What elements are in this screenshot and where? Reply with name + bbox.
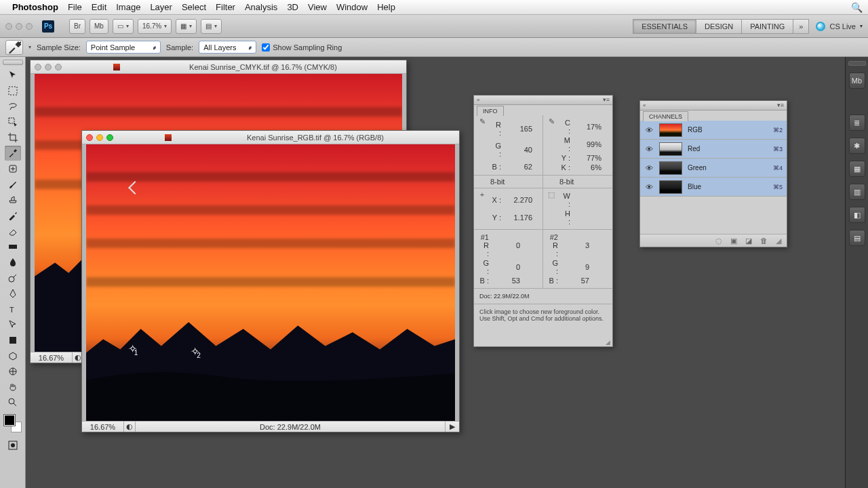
doc-min-icon[interactable] <box>96 134 103 141</box>
channel-row-blue[interactable]: 👁 Blue ⌘5 <box>640 178 787 197</box>
sample-layers-select[interactable]: All Layers <box>199 41 256 54</box>
color-sampler-1-icon[interactable]: 1 <box>134 349 144 359</box>
3d-tool-icon[interactable] <box>5 348 21 363</box>
type-tool-icon[interactable]: T <box>5 302 21 317</box>
visibility-eye-icon[interactable]: 👁 <box>644 183 654 191</box>
menu-help[interactable]: Help <box>377 2 395 12</box>
panel-collapse-icon[interactable]: « <box>477 97 479 103</box>
app-name[interactable]: Photoshop <box>12 2 58 12</box>
info-panel[interactable]: «▾≡ INFO ✎ R :165 G :40 B :62 ✎ C :17% M… <box>473 95 613 347</box>
menu-file[interactable]: File <box>68 2 82 12</box>
path-select-tool-icon[interactable] <box>5 317 21 332</box>
workspace-more-button[interactable]: » <box>793 19 809 34</box>
panel-collapse-icon[interactable]: « <box>643 102 646 108</box>
doc-zoom-icon[interactable] <box>106 134 113 141</box>
palette-grip-icon[interactable] <box>3 60 23 65</box>
doc-close-icon[interactable] <box>35 64 41 70</box>
load-selection-icon[interactable]: ◌ <box>715 237 722 245</box>
foreground-color-swatch[interactable] <box>4 415 15 426</box>
lasso-tool-icon[interactable] <box>5 99 21 114</box>
blur-tool-icon[interactable] <box>5 255 21 270</box>
menu-layer[interactable]: Layer <box>150 2 172 12</box>
styles-panel-icon[interactable]: ▥ <box>849 184 865 200</box>
zoom-tool-icon[interactable] <box>5 395 21 410</box>
cs-live-button[interactable]: CS Live▾ <box>816 22 863 31</box>
doc-canvas[interactable]: 1 2 <box>86 144 455 421</box>
panel-header[interactable]: «▾≡ <box>640 101 787 110</box>
menu-filter[interactable]: Filter <box>216 2 235 12</box>
view-extras-button[interactable]: ▭ <box>113 19 134 34</box>
doc-status-icon[interactable]: ◐ <box>124 422 136 432</box>
channel-row-green[interactable]: 👁 Green ⌘4 <box>640 159 787 178</box>
doc-close-icon[interactable] <box>86 134 93 141</box>
workspace-design[interactable]: DESIGN <box>696 19 742 34</box>
eyedropper-tool-icon[interactable] <box>5 146 21 161</box>
pen-tool-icon[interactable] <box>5 286 21 301</box>
dodge-tool-icon[interactable] <box>5 270 21 285</box>
menu-edit[interactable]: Edit <box>92 2 106 12</box>
panel-resize-grip-icon[interactable]: ◢ <box>474 340 612 346</box>
clone-stamp-tool-icon[interactable] <box>5 192 21 207</box>
menu-window[interactable]: Window <box>336 2 368 12</box>
launch-bridge-button[interactable]: Br <box>69 19 85 34</box>
eraser-tool-icon[interactable] <box>5 224 21 239</box>
channels-tab[interactable]: CHANNELS <box>643 111 688 121</box>
current-tool-eyedropper-icon[interactable] <box>5 40 23 55</box>
menu-view[interactable]: View <box>308 2 327 12</box>
menu-image[interactable]: Image <box>116 2 140 12</box>
new-channel-icon[interactable]: ◪ <box>745 237 752 245</box>
doc-titlebar[interactable]: Kenai Sunrise_CMYK.tif @ 16.7% (CMYK/8) <box>31 60 406 74</box>
layers-panel-icon[interactable]: ▤ <box>849 230 865 246</box>
workspace-essentials[interactable]: ESSENTIALS <box>633 19 696 34</box>
visibility-eye-icon[interactable]: 👁 <box>644 164 654 172</box>
doc-zoom-value[interactable]: 16.67% <box>31 352 73 363</box>
panel-menu-icon[interactable]: ▾≡ <box>603 96 610 103</box>
workspace-painting[interactable]: PAINTING <box>741 19 793 34</box>
right-dock-grip-icon[interactable] <box>848 61 866 66</box>
delete-channel-icon[interactable]: 🗑 <box>760 237 768 245</box>
adjustments-panel-icon[interactable]: ◧ <box>849 207 865 223</box>
healing-brush-tool-icon[interactable] <box>5 161 21 176</box>
menu-select[interactable]: Select <box>182 2 206 12</box>
zoom-level-dropdown[interactable]: 16.7% <box>138 19 172 34</box>
doc-titlebar[interactable]: Kenai Sunrise_RGB.tif @ 16.7% (RGB/8) <box>82 131 459 144</box>
move-tool-icon[interactable] <box>5 68 21 83</box>
screen-mode-button[interactable]: ▤ <box>201 19 222 34</box>
minibridge-panel-icon[interactable]: Mb <box>849 73 865 89</box>
window-min-icon[interactable] <box>16 23 22 30</box>
brush-tool-icon[interactable] <box>5 177 21 192</box>
panel-header[interactable]: «▾≡ <box>474 96 612 105</box>
arrange-documents-button[interactable]: ▦ <box>176 19 197 34</box>
marquee-tool-icon[interactable] <box>5 83 21 98</box>
window-close-icon[interactable] <box>5 23 12 30</box>
quick-select-tool-icon[interactable] <box>5 115 21 129</box>
channel-row-rgb[interactable]: 👁 RGB ⌘2 <box>640 121 787 140</box>
sample-size-select[interactable]: Point Sample <box>86 41 161 54</box>
color-sampler-2-icon[interactable]: 2 <box>197 352 206 361</box>
shape-tool-icon[interactable] <box>5 333 21 348</box>
launch-minibridge-button[interactable]: Mb <box>90 19 108 34</box>
swatches-panel-icon[interactable]: ▦ <box>849 161 865 177</box>
menu-3d[interactable]: 3D <box>287 2 298 12</box>
spotlight-icon[interactable]: 🔍 <box>851 2 863 13</box>
color-swatches[interactable] <box>4 415 22 432</box>
history-panel-icon[interactable]: ≣ <box>849 115 865 131</box>
panel-menu-icon[interactable]: ▾≡ <box>777 102 784 108</box>
doc-zoom-value[interactable]: 16.67% <box>82 422 124 432</box>
visibility-eye-icon[interactable]: 👁 <box>644 145 654 153</box>
info-tab[interactable]: INFO <box>477 106 504 116</box>
doc-zoom-icon[interactable] <box>55 64 62 70</box>
crop-tool-icon[interactable] <box>5 130 21 145</box>
doc-min-icon[interactable] <box>45 64 52 70</box>
show-sampling-ring-checkbox[interactable]: Show Sampling Ring <box>262 43 342 52</box>
gradient-tool-icon[interactable] <box>5 239 21 254</box>
3d-camera-tool-icon[interactable] <box>5 364 21 379</box>
color-panel-icon[interactable]: ✱ <box>849 138 865 154</box>
doc-status-play-icon[interactable]: ▶ <box>446 422 459 431</box>
save-selection-icon[interactable]: ▣ <box>730 237 737 245</box>
channel-row-red[interactable]: 👁 Red ⌘3 <box>640 140 787 159</box>
window-zoom-icon[interactable] <box>26 23 33 30</box>
hand-tool-icon[interactable] <box>5 380 21 394</box>
history-brush-tool-icon[interactable] <box>5 208 21 223</box>
visibility-eye-icon[interactable]: 👁 <box>644 126 654 134</box>
